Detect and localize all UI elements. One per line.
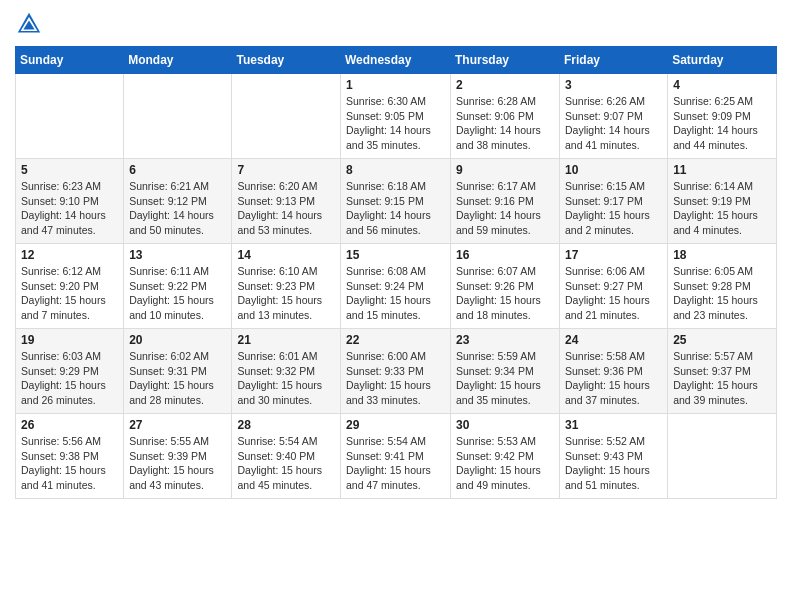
day-info: Sunrise: 6:00 AMSunset: 9:33 PMDaylight:… xyxy=(346,349,445,408)
logo xyxy=(15,10,47,38)
calendar-cell: 29Sunrise: 5:54 AMSunset: 9:41 PMDayligh… xyxy=(341,414,451,499)
calendar-cell: 20Sunrise: 6:02 AMSunset: 9:31 PMDayligh… xyxy=(124,329,232,414)
day-number: 2 xyxy=(456,78,554,92)
calendar-cell: 9Sunrise: 6:17 AMSunset: 9:16 PMDaylight… xyxy=(451,159,560,244)
day-number: 26 xyxy=(21,418,118,432)
day-info: Sunrise: 5:57 AMSunset: 9:37 PMDaylight:… xyxy=(673,349,771,408)
calendar-cell: 23Sunrise: 5:59 AMSunset: 9:34 PMDayligh… xyxy=(451,329,560,414)
calendar-cell xyxy=(16,74,124,159)
calendar-cell xyxy=(668,414,777,499)
calendar-cell: 30Sunrise: 5:53 AMSunset: 9:42 PMDayligh… xyxy=(451,414,560,499)
day-number: 19 xyxy=(21,333,118,347)
day-header-sunday: Sunday xyxy=(16,47,124,74)
calendar-cell xyxy=(124,74,232,159)
day-header-monday: Monday xyxy=(124,47,232,74)
day-header-thursday: Thursday xyxy=(451,47,560,74)
calendar-header-row: SundayMondayTuesdayWednesdayThursdayFrid… xyxy=(16,47,777,74)
day-header-wednesday: Wednesday xyxy=(341,47,451,74)
day-header-friday: Friday xyxy=(560,47,668,74)
calendar-week-row: 1Sunrise: 6:30 AMSunset: 9:05 PMDaylight… xyxy=(16,74,777,159)
day-info: Sunrise: 6:01 AMSunset: 9:32 PMDaylight:… xyxy=(237,349,335,408)
calendar-cell: 1Sunrise: 6:30 AMSunset: 9:05 PMDaylight… xyxy=(341,74,451,159)
day-number: 1 xyxy=(346,78,445,92)
day-number: 16 xyxy=(456,248,554,262)
day-header-tuesday: Tuesday xyxy=(232,47,341,74)
day-info: Sunrise: 6:28 AMSunset: 9:06 PMDaylight:… xyxy=(456,94,554,153)
day-number: 13 xyxy=(129,248,226,262)
day-number: 5 xyxy=(21,163,118,177)
day-number: 6 xyxy=(129,163,226,177)
day-info: Sunrise: 6:25 AMSunset: 9:09 PMDaylight:… xyxy=(673,94,771,153)
day-info: Sunrise: 5:58 AMSunset: 9:36 PMDaylight:… xyxy=(565,349,662,408)
day-info: Sunrise: 6:30 AMSunset: 9:05 PMDaylight:… xyxy=(346,94,445,153)
calendar-cell xyxy=(232,74,341,159)
day-info: Sunrise: 5:56 AMSunset: 9:38 PMDaylight:… xyxy=(21,434,118,493)
calendar-cell: 18Sunrise: 6:05 AMSunset: 9:28 PMDayligh… xyxy=(668,244,777,329)
calendar-cell: 4Sunrise: 6:25 AMSunset: 9:09 PMDaylight… xyxy=(668,74,777,159)
calendar-cell: 13Sunrise: 6:11 AMSunset: 9:22 PMDayligh… xyxy=(124,244,232,329)
day-number: 24 xyxy=(565,333,662,347)
day-number: 29 xyxy=(346,418,445,432)
calendar-cell: 16Sunrise: 6:07 AMSunset: 9:26 PMDayligh… xyxy=(451,244,560,329)
day-number: 20 xyxy=(129,333,226,347)
day-header-saturday: Saturday xyxy=(668,47,777,74)
calendar-cell: 2Sunrise: 6:28 AMSunset: 9:06 PMDaylight… xyxy=(451,74,560,159)
calendar-cell: 5Sunrise: 6:23 AMSunset: 9:10 PMDaylight… xyxy=(16,159,124,244)
day-number: 7 xyxy=(237,163,335,177)
calendar-week-row: 12Sunrise: 6:12 AMSunset: 9:20 PMDayligh… xyxy=(16,244,777,329)
day-info: Sunrise: 6:26 AMSunset: 9:07 PMDaylight:… xyxy=(565,94,662,153)
calendar-cell: 11Sunrise: 6:14 AMSunset: 9:19 PMDayligh… xyxy=(668,159,777,244)
day-number: 27 xyxy=(129,418,226,432)
day-info: Sunrise: 6:14 AMSunset: 9:19 PMDaylight:… xyxy=(673,179,771,238)
day-number: 15 xyxy=(346,248,445,262)
calendar-cell: 3Sunrise: 6:26 AMSunset: 9:07 PMDaylight… xyxy=(560,74,668,159)
day-info: Sunrise: 6:23 AMSunset: 9:10 PMDaylight:… xyxy=(21,179,118,238)
day-number: 14 xyxy=(237,248,335,262)
day-number: 12 xyxy=(21,248,118,262)
day-info: Sunrise: 6:07 AMSunset: 9:26 PMDaylight:… xyxy=(456,264,554,323)
calendar-cell: 31Sunrise: 5:52 AMSunset: 9:43 PMDayligh… xyxy=(560,414,668,499)
day-info: Sunrise: 6:08 AMSunset: 9:24 PMDaylight:… xyxy=(346,264,445,323)
calendar-cell: 22Sunrise: 6:00 AMSunset: 9:33 PMDayligh… xyxy=(341,329,451,414)
calendar-cell: 21Sunrise: 6:01 AMSunset: 9:32 PMDayligh… xyxy=(232,329,341,414)
calendar-week-row: 5Sunrise: 6:23 AMSunset: 9:10 PMDaylight… xyxy=(16,159,777,244)
day-info: Sunrise: 5:52 AMSunset: 9:43 PMDaylight:… xyxy=(565,434,662,493)
calendar-cell: 8Sunrise: 6:18 AMSunset: 9:15 PMDaylight… xyxy=(341,159,451,244)
calendar-cell: 27Sunrise: 5:55 AMSunset: 9:39 PMDayligh… xyxy=(124,414,232,499)
day-number: 22 xyxy=(346,333,445,347)
day-number: 10 xyxy=(565,163,662,177)
day-number: 28 xyxy=(237,418,335,432)
day-info: Sunrise: 5:55 AMSunset: 9:39 PMDaylight:… xyxy=(129,434,226,493)
day-info: Sunrise: 6:21 AMSunset: 9:12 PMDaylight:… xyxy=(129,179,226,238)
day-number: 23 xyxy=(456,333,554,347)
day-info: Sunrise: 5:54 AMSunset: 9:40 PMDaylight:… xyxy=(237,434,335,493)
day-info: Sunrise: 6:03 AMSunset: 9:29 PMDaylight:… xyxy=(21,349,118,408)
day-number: 18 xyxy=(673,248,771,262)
day-number: 25 xyxy=(673,333,771,347)
day-info: Sunrise: 6:06 AMSunset: 9:27 PMDaylight:… xyxy=(565,264,662,323)
day-number: 4 xyxy=(673,78,771,92)
day-number: 9 xyxy=(456,163,554,177)
calendar-cell: 15Sunrise: 6:08 AMSunset: 9:24 PMDayligh… xyxy=(341,244,451,329)
day-info: Sunrise: 6:10 AMSunset: 9:23 PMDaylight:… xyxy=(237,264,335,323)
day-info: Sunrise: 6:17 AMSunset: 9:16 PMDaylight:… xyxy=(456,179,554,238)
calendar-cell: 17Sunrise: 6:06 AMSunset: 9:27 PMDayligh… xyxy=(560,244,668,329)
calendar-cell: 24Sunrise: 5:58 AMSunset: 9:36 PMDayligh… xyxy=(560,329,668,414)
day-number: 30 xyxy=(456,418,554,432)
day-info: Sunrise: 6:15 AMSunset: 9:17 PMDaylight:… xyxy=(565,179,662,238)
calendar-cell: 6Sunrise: 6:21 AMSunset: 9:12 PMDaylight… xyxy=(124,159,232,244)
day-info: Sunrise: 6:02 AMSunset: 9:31 PMDaylight:… xyxy=(129,349,226,408)
day-info: Sunrise: 5:59 AMSunset: 9:34 PMDaylight:… xyxy=(456,349,554,408)
calendar-cell: 10Sunrise: 6:15 AMSunset: 9:17 PMDayligh… xyxy=(560,159,668,244)
calendar-table: SundayMondayTuesdayWednesdayThursdayFrid… xyxy=(15,46,777,499)
calendar-cell: 25Sunrise: 5:57 AMSunset: 9:37 PMDayligh… xyxy=(668,329,777,414)
day-info: Sunrise: 5:53 AMSunset: 9:42 PMDaylight:… xyxy=(456,434,554,493)
calendar-cell: 19Sunrise: 6:03 AMSunset: 9:29 PMDayligh… xyxy=(16,329,124,414)
calendar-cell: 26Sunrise: 5:56 AMSunset: 9:38 PMDayligh… xyxy=(16,414,124,499)
day-number: 31 xyxy=(565,418,662,432)
day-info: Sunrise: 6:18 AMSunset: 9:15 PMDaylight:… xyxy=(346,179,445,238)
day-info: Sunrise: 6:20 AMSunset: 9:13 PMDaylight:… xyxy=(237,179,335,238)
day-number: 21 xyxy=(237,333,335,347)
day-info: Sunrise: 6:11 AMSunset: 9:22 PMDaylight:… xyxy=(129,264,226,323)
day-number: 11 xyxy=(673,163,771,177)
